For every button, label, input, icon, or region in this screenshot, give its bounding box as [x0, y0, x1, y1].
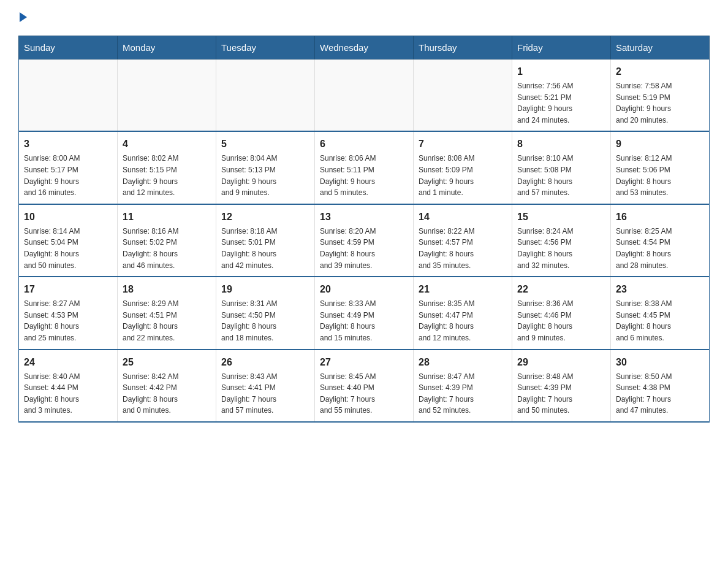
day-number: 5: [221, 137, 309, 151]
day-cell: 22Sunrise: 8:36 AM Sunset: 4:46 PM Dayli…: [512, 277, 611, 349]
day-number: 14: [419, 210, 507, 224]
day-number: 23: [616, 282, 704, 297]
day-number: 13: [320, 210, 408, 224]
day-number: 28: [419, 355, 507, 370]
day-cell: 17Sunrise: 8:27 AM Sunset: 4:53 PM Dayli…: [19, 277, 118, 349]
day-cell: 24Sunrise: 8:40 AM Sunset: 4:44 PM Dayli…: [19, 350, 118, 422]
day-info: Sunrise: 8:04 AM Sunset: 5:13 PM Dayligh…: [221, 153, 309, 198]
week-row-1: 1Sunrise: 7:56 AM Sunset: 5:21 PM Daylig…: [19, 59, 710, 132]
day-number: 20: [320, 282, 408, 297]
day-info: Sunrise: 8:20 AM Sunset: 4:59 PM Dayligh…: [320, 226, 408, 271]
weekday-header-thursday: Thursday: [414, 36, 512, 59]
weekday-header-row: SundayMondayTuesdayWednesdayThursdayFrid…: [19, 36, 710, 59]
day-cell: 25Sunrise: 8:42 AM Sunset: 4:42 PM Dayli…: [118, 350, 216, 422]
day-info: Sunrise: 7:58 AM Sunset: 5:19 PM Dayligh…: [616, 80, 704, 126]
day-info: Sunrise: 8:27 AM Sunset: 4:53 PM Dayligh…: [24, 298, 112, 343]
day-number: 1: [517, 64, 605, 79]
day-cell: 21Sunrise: 8:35 AM Sunset: 4:47 PM Dayli…: [414, 277, 512, 349]
day-cell: 20Sunrise: 8:33 AM Sunset: 4:49 PM Dayli…: [315, 277, 414, 349]
day-number: 8: [517, 137, 605, 151]
day-info: Sunrise: 8:02 AM Sunset: 5:15 PM Dayligh…: [123, 153, 211, 198]
day-cell: 27Sunrise: 8:45 AM Sunset: 4:40 PM Dayli…: [315, 350, 414, 422]
day-number: 10: [24, 210, 112, 224]
day-number: 2: [616, 64, 704, 79]
weekday-header-sunday: Sunday: [19, 36, 118, 59]
day-info: Sunrise: 8:42 AM Sunset: 4:42 PM Dayligh…: [123, 371, 211, 416]
day-number: 12: [221, 210, 309, 224]
day-cell: [414, 59, 512, 132]
day-number: 4: [123, 137, 211, 151]
day-info: Sunrise: 8:14 AM Sunset: 5:04 PM Dayligh…: [24, 226, 112, 271]
day-number: 16: [616, 210, 704, 224]
day-info: Sunrise: 8:29 AM Sunset: 4:51 PM Dayligh…: [123, 298, 211, 343]
day-info: Sunrise: 8:16 AM Sunset: 5:02 PM Dayligh…: [123, 226, 211, 271]
week-row-2: 3Sunrise: 8:00 AM Sunset: 5:17 PM Daylig…: [19, 131, 710, 204]
weekday-header-friday: Friday: [512, 36, 611, 59]
day-cell: 6Sunrise: 8:06 AM Sunset: 5:11 PM Daylig…: [315, 131, 414, 204]
day-info: Sunrise: 8:38 AM Sunset: 4:45 PM Dayligh…: [616, 298, 704, 343]
calendar-table: SundayMondayTuesdayWednesdayThursdayFrid…: [18, 36, 710, 423]
day-number: 19: [221, 282, 309, 297]
day-cell: 8Sunrise: 8:10 AM Sunset: 5:08 PM Daylig…: [512, 131, 611, 204]
day-number: 27: [320, 355, 408, 370]
day-cell: [118, 59, 216, 132]
day-cell: 1Sunrise: 7:56 AM Sunset: 5:21 PM Daylig…: [512, 59, 611, 132]
day-number: 25: [123, 355, 211, 370]
day-info: Sunrise: 8:18 AM Sunset: 5:01 PM Dayligh…: [221, 226, 309, 271]
day-info: Sunrise: 8:43 AM Sunset: 4:41 PM Dayligh…: [221, 371, 309, 416]
day-cell: 9Sunrise: 8:12 AM Sunset: 5:06 PM Daylig…: [611, 131, 710, 204]
day-cell: 3Sunrise: 8:00 AM Sunset: 5:17 PM Daylig…: [19, 131, 118, 204]
day-info: Sunrise: 8:48 AM Sunset: 4:39 PM Dayligh…: [517, 371, 605, 416]
day-info: Sunrise: 8:12 AM Sunset: 5:06 PM Dayligh…: [616, 153, 704, 198]
day-cell: 15Sunrise: 8:24 AM Sunset: 4:56 PM Dayli…: [512, 204, 611, 277]
day-number: 17: [24, 282, 112, 297]
day-cell: 13Sunrise: 8:20 AM Sunset: 4:59 PM Dayli…: [315, 204, 414, 277]
logo: [18, 12, 27, 23]
day-number: 6: [320, 137, 408, 151]
day-cell: 28Sunrise: 8:47 AM Sunset: 4:39 PM Dayli…: [414, 350, 512, 422]
day-cell: 26Sunrise: 8:43 AM Sunset: 4:41 PM Dayli…: [216, 350, 315, 422]
weekday-header-tuesday: Tuesday: [216, 36, 315, 59]
day-cell: 14Sunrise: 8:22 AM Sunset: 4:57 PM Dayli…: [414, 204, 512, 277]
day-info: Sunrise: 7:56 AM Sunset: 5:21 PM Dayligh…: [517, 80, 605, 126]
logo-arrow-icon: [20, 12, 27, 22]
day-cell: 10Sunrise: 8:14 AM Sunset: 5:04 PM Dayli…: [19, 204, 118, 277]
day-info: Sunrise: 8:25 AM Sunset: 4:54 PM Dayligh…: [616, 226, 704, 271]
day-info: Sunrise: 8:06 AM Sunset: 5:11 PM Dayligh…: [320, 153, 408, 198]
day-cell: 19Sunrise: 8:31 AM Sunset: 4:50 PM Dayli…: [216, 277, 315, 349]
day-number: 11: [123, 210, 211, 224]
day-cell: 30Sunrise: 8:50 AM Sunset: 4:38 PM Dayli…: [611, 350, 710, 422]
day-info: Sunrise: 8:47 AM Sunset: 4:39 PM Dayligh…: [419, 371, 507, 416]
day-cell: 29Sunrise: 8:48 AM Sunset: 4:39 PM Dayli…: [512, 350, 611, 422]
day-number: 9: [616, 137, 704, 151]
day-cell: 16Sunrise: 8:25 AM Sunset: 4:54 PM Dayli…: [611, 204, 710, 277]
day-number: 22: [517, 282, 605, 297]
week-row-5: 24Sunrise: 8:40 AM Sunset: 4:44 PM Dayli…: [19, 350, 710, 422]
day-cell: 2Sunrise: 7:58 AM Sunset: 5:19 PM Daylig…: [611, 59, 710, 132]
day-info: Sunrise: 8:08 AM Sunset: 5:09 PM Dayligh…: [419, 153, 507, 198]
day-info: Sunrise: 8:10 AM Sunset: 5:08 PM Dayligh…: [517, 153, 605, 198]
day-info: Sunrise: 8:45 AM Sunset: 4:40 PM Dayligh…: [320, 371, 408, 416]
day-number: 18: [123, 282, 211, 297]
day-number: 26: [221, 355, 309, 370]
day-info: Sunrise: 8:24 AM Sunset: 4:56 PM Dayligh…: [517, 226, 605, 271]
day-cell: 23Sunrise: 8:38 AM Sunset: 4:45 PM Dayli…: [611, 277, 710, 349]
day-cell: 12Sunrise: 8:18 AM Sunset: 5:01 PM Dayli…: [216, 204, 315, 277]
day-cell: 5Sunrise: 8:04 AM Sunset: 5:13 PM Daylig…: [216, 131, 315, 204]
day-cell: 11Sunrise: 8:16 AM Sunset: 5:02 PM Dayli…: [118, 204, 216, 277]
day-cell: [315, 59, 414, 132]
day-number: 15: [517, 210, 605, 224]
day-number: 21: [419, 282, 507, 297]
day-info: Sunrise: 8:50 AM Sunset: 4:38 PM Dayligh…: [616, 371, 704, 416]
week-row-3: 10Sunrise: 8:14 AM Sunset: 5:04 PM Dayli…: [19, 204, 710, 277]
day-number: 7: [419, 137, 507, 151]
day-info: Sunrise: 8:22 AM Sunset: 4:57 PM Dayligh…: [419, 226, 507, 271]
day-info: Sunrise: 8:00 AM Sunset: 5:17 PM Dayligh…: [24, 153, 112, 198]
page-header: [18, 12, 710, 23]
weekday-header-saturday: Saturday: [611, 36, 710, 59]
day-cell: [216, 59, 315, 132]
day-cell: 18Sunrise: 8:29 AM Sunset: 4:51 PM Dayli…: [118, 277, 216, 349]
day-cell: 4Sunrise: 8:02 AM Sunset: 5:15 PM Daylig…: [118, 131, 216, 204]
day-cell: [19, 59, 118, 132]
day-info: Sunrise: 8:33 AM Sunset: 4:49 PM Dayligh…: [320, 298, 408, 343]
